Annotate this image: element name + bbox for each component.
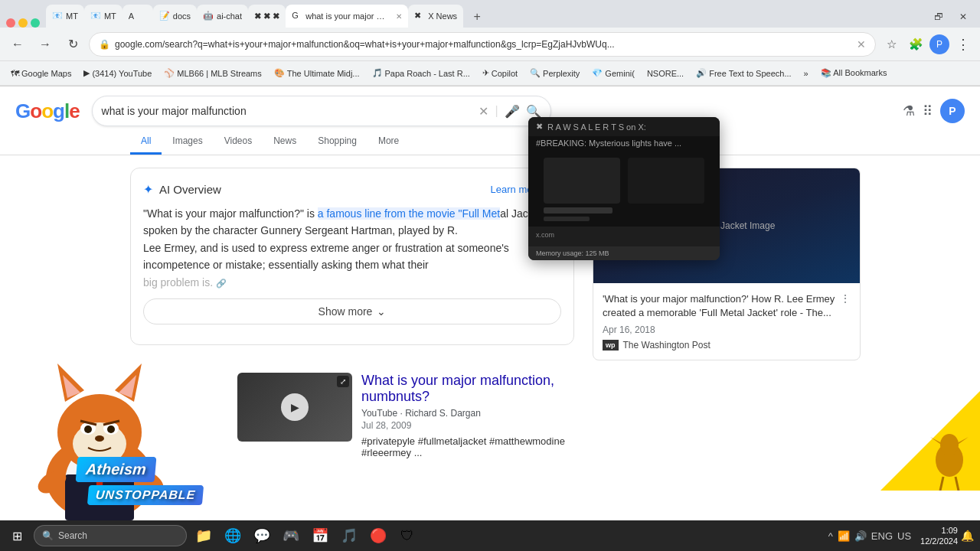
paparoach-bookmark-icon: 🎵 <box>372 68 383 78</box>
bookmarks-star[interactable]: ☆ <box>880 34 902 55</box>
volume-icon[interactable]: 🔊 <box>854 530 867 542</box>
start-button[interactable]: ⊞ <box>0 520 34 551</box>
window-close-right[interactable]: ✕ <box>952 6 974 28</box>
back-button[interactable]: ← <box>6 33 29 56</box>
bookmark-youtube[interactable]: ▶ (3414) YouTube <box>79 67 156 80</box>
search-icon: 🔍 <box>42 530 54 541</box>
tab-news[interactable]: News <box>263 129 307 155</box>
taskbar-music[interactable]: 🎵 <box>335 522 363 549</box>
tab-all[interactable]: All <box>130 129 162 155</box>
taskbar-filemanager[interactable]: 📁 <box>190 522 217 549</box>
notification-icon[interactable]: 🔔 <box>961 530 974 542</box>
tab-google-active[interactable]: Gwhat is your major malfunction✕ <box>286 5 408 28</box>
gemini-bookmark-icon: 💎 <box>592 68 603 78</box>
tab-more[interactable]: More <box>368 129 410 155</box>
svg-point-17 <box>84 425 92 433</box>
bookmark-tts[interactable]: 🔊 Free Text to Speech... <box>691 67 795 80</box>
tab-aichat[interactable]: 🤖ai-chat <box>197 5 248 28</box>
tab-1[interactable]: 📧MT <box>46 5 84 28</box>
ai-star-icon: ✦ <box>143 182 153 197</box>
svg-rect-3 <box>544 207 612 214</box>
popup-logo: ✖ <box>536 122 543 132</box>
ai-link-icon[interactable]: 🔗 <box>216 279 227 288</box>
extension-puzzle[interactable]: 🧩 <box>905 34 926 55</box>
restore-btn[interactable]: 🗗 <box>928 6 949 28</box>
video-source: YouTube · Richard S. Dargan <box>361 408 574 419</box>
popup-header: ✖ R A W S A L E R T S on X: <box>528 117 720 136</box>
bookmark-paparoach[interactable]: 🎵 Papa Roach - Last R... <box>368 67 475 80</box>
svg-point-21 <box>95 435 104 442</box>
taskbar-app1[interactable]: 🔴 <box>364 522 392 549</box>
window-maximize-btn[interactable] <box>31 18 40 28</box>
eng-label: ENG <box>871 530 893 542</box>
search-bar[interactable]: what is your major malfunction ✕ | 🎤 🔍 <box>92 96 551 126</box>
tab-favicon-docs: 📝 <box>159 11 170 21</box>
expand-icon[interactable]: ⤢ <box>337 376 349 387</box>
user-avatar[interactable]: P <box>940 99 965 123</box>
logo-o2: o <box>41 99 53 123</box>
video-info: What is your major malfunction, numbnuts… <box>361 373 574 458</box>
tab-x[interactable]: ✖ ✖ ✖ <box>248 5 286 28</box>
google-logo[interactable]: Google <box>15 99 80 123</box>
popup-url: x.com <box>536 231 712 239</box>
video-date: Jul 28, 2009 <box>361 420 574 431</box>
taskbar-chrome[interactable]: 🌐 <box>219 522 247 549</box>
bookmark-mlb[interactable]: ⚾ MLB66 | MLB Streams <box>159 67 266 80</box>
taskbar-steam[interactable]: 🎮 <box>277 522 305 549</box>
video-title[interactable]: What is your major malfunction, numbnuts… <box>361 373 574 405</box>
bookmark-perplexity[interactable]: 🔍 Perplexity <box>525 67 584 80</box>
address-bar[interactable]: 🔒 google.com/search?q=what+is+your+major… <box>89 32 876 57</box>
network-icon[interactable]: 📶 <box>838 530 850 542</box>
taskbar: ⊞ 🔍 Search 📁 🌐 💬 🎮 📅 🎵 🔴 🛡 ^ 📶 🔊 ENG US … <box>0 520 980 551</box>
tab-2[interactable]: 📧MT <box>84 5 122 28</box>
window-minimize-btn[interactable] <box>18 18 28 28</box>
refresh-button[interactable]: ↻ <box>61 33 84 56</box>
tab-close-active[interactable]: ✕ <box>396 12 402 21</box>
search-label: Search <box>58 530 87 541</box>
bookmark-nsore[interactable]: NSORE... <box>642 67 688 80</box>
search-clear-icon[interactable]: ✕ <box>479 104 488 119</box>
lens-icon[interactable]: 🔍 <box>526 104 541 119</box>
tab-shopping[interactable]: Shopping <box>307 129 368 155</box>
popup-breaking: #BREAKING: Mysterious lights have ... <box>528 136 720 150</box>
tab-3[interactable]: A <box>122 5 153 28</box>
copilot-bookmark-icon: ✈ <box>482 68 489 78</box>
apps-icon[interactable]: ⠿ <box>923 103 933 119</box>
flask-icon[interactable]: ⚗ <box>903 103 915 119</box>
forward-button[interactable]: → <box>34 33 57 56</box>
bookmark-maps[interactable]: 🗺 Google Maps <box>6 67 76 80</box>
article-title[interactable]: 'What is your major malfunction?' How R.… <box>603 292 840 320</box>
window-close-btn[interactable] <box>6 18 15 28</box>
article-header-row: 'What is your major malfunction?' How R.… <box>603 292 851 324</box>
taskbar-calendar[interactable]: 📅 <box>306 522 334 549</box>
bookmark-copilot[interactable]: ✈ Copilot <box>478 67 522 80</box>
address-clear[interactable]: ✕ <box>857 38 866 51</box>
tab-docs[interactable]: 📝docs <box>153 5 197 28</box>
tab-xnews[interactable]: ✖X News <box>408 5 463 28</box>
taskbar-search[interactable]: 🔍 Search <box>34 525 187 546</box>
nav-icons: ☆ 🧩 P ⋮ <box>880 34 974 55</box>
logo-g2: g <box>53 99 64 123</box>
bookmark-all[interactable]: 📚 All Bookmarks <box>816 67 892 80</box>
taskbar-app2[interactable]: 🛡 <box>394 522 421 549</box>
show-more-button[interactable]: Show more ⌄ <box>143 298 561 324</box>
more-settings[interactable]: ⋮ <box>952 34 974 55</box>
unstoppable-label: UNSTOPPABLE <box>87 485 204 505</box>
tab-videos[interactable]: Videos <box>214 129 263 155</box>
nav-bar: ← → ↻ 🔒 google.com/search?q=what+is+your… <box>0 28 980 61</box>
system-clock[interactable]: 1:09 12/2/2024 <box>920 525 958 547</box>
article-more-icon[interactable]: ⋮ <box>840 292 851 305</box>
bookmark-gemini[interactable]: 💎 Gemini( <box>587 67 639 80</box>
taskbar-discord[interactable]: 💬 <box>248 522 276 549</box>
bookmark-midj[interactable]: 🎨 The Ultimate Midj... <box>270 67 364 80</box>
mlb-bookmark-icon: ⚾ <box>164 68 175 78</box>
mic-icon[interactable]: 🎤 <box>505 104 520 119</box>
tab-favicon-google: G <box>292 11 302 21</box>
bookmark-more[interactable]: » <box>799 67 813 80</box>
chevron-tray-icon[interactable]: ^ <box>828 530 833 542</box>
profile-avatar[interactable]: P <box>929 34 949 54</box>
ai-overview-title: AI Overview <box>159 183 221 196</box>
tab-images[interactable]: Images <box>162 129 213 155</box>
lock-icon: 🔒 <box>99 39 110 50</box>
new-tab-button[interactable]: + <box>466 6 488 28</box>
